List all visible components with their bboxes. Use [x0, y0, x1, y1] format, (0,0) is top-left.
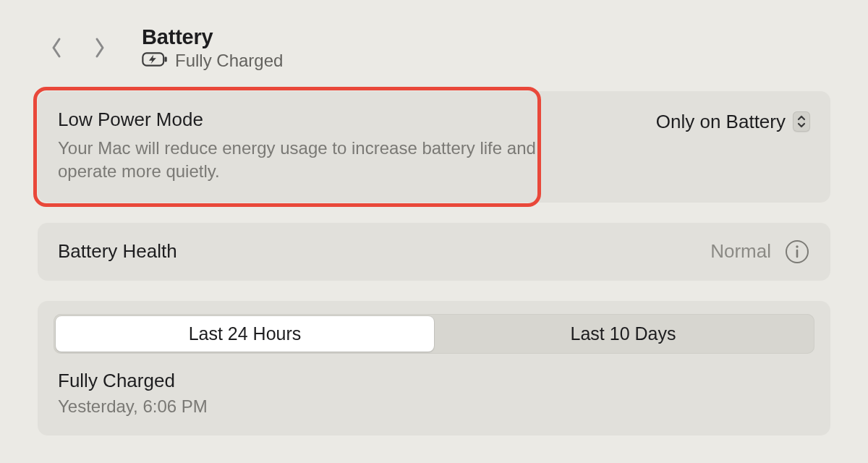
page-title: Battery [142, 25, 283, 49]
time-range-segmented: Last 24 Hours Last 10 Days [54, 314, 814, 354]
low-power-mode-title: Low Power Mode [58, 109, 579, 131]
segment-last-10-days[interactable]: Last 10 Days [434, 316, 812, 352]
low-power-mode-select[interactable]: Only on Battery [656, 111, 810, 133]
segment-last-24-hours[interactable]: Last 24 Hours [56, 316, 434, 352]
page-subtitle: Fully Charged [175, 51, 283, 71]
low-power-mode-selected-label: Only on Battery [656, 111, 786, 133]
forward-button[interactable] [91, 35, 107, 60]
low-power-mode-text: Low Power Mode Your Mac will reduce ener… [58, 109, 579, 184]
charge-status-timestamp: Yesterday, 6:06 PM [58, 396, 810, 417]
chevron-up-down-icon [793, 111, 810, 132]
low-power-mode-description: Your Mac will reduce energy usage to inc… [58, 137, 579, 184]
low-power-mode-row: Low Power Mode Your Mac will reduce ener… [38, 91, 830, 203]
info-icon[interactable] [784, 239, 810, 265]
battery-health-group: Battery Health Normal [38, 223, 830, 281]
battery-health-label: Battery Health [58, 240, 177, 263]
time-range-segmented-wrap: Last 24 Hours Last 10 Days [38, 301, 830, 354]
low-power-mode-group: Low Power Mode Your Mac will reduce ener… [38, 91, 830, 203]
svg-rect-1 [165, 56, 167, 61]
charge-status: Fully Charged Yesterday, 6:06 PM [38, 354, 830, 436]
battery-charging-icon [142, 52, 168, 69]
svg-marker-2 [149, 55, 156, 64]
charge-status-title: Fully Charged [58, 370, 810, 392]
battery-health-value: Normal [710, 240, 771, 263]
header: Battery Fully Charged [38, 25, 830, 71]
back-button[interactable] [49, 35, 65, 60]
usage-group: Last 24 Hours Last 10 Days Fully Charged… [38, 301, 830, 436]
battery-health-row: Battery Health Normal [38, 223, 830, 281]
svg-point-5 [796, 245, 798, 247]
title-block: Battery Fully Charged [142, 25, 283, 71]
